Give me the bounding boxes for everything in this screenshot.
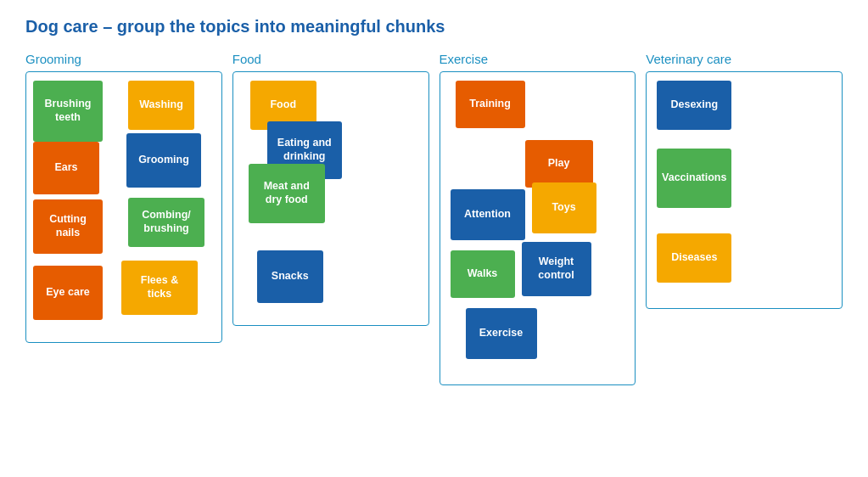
- page-title: Dog care – group the topics into meaning…: [25, 17, 843, 36]
- column-box-food: FoodEating and drinkingMeat and dry food…: [232, 71, 429, 326]
- card-vaccinations[interactable]: Vaccinations: [657, 149, 731, 208]
- column-box-grooming: Brushing teethWashingEarsGroomingCutting…: [25, 71, 222, 343]
- column-grooming: GroomingBrushing teethWashingEarsGroomin…: [25, 52, 222, 343]
- card-weight-control[interactable]: Weight control: [522, 242, 591, 296]
- card-walks[interactable]: Walks: [451, 250, 515, 298]
- card-snacks[interactable]: Snacks: [257, 250, 323, 303]
- card-play[interactable]: Play: [525, 140, 593, 188]
- card-grooming[interactable]: Grooming: [126, 133, 201, 188]
- card-toys[interactable]: Toys: [532, 182, 596, 233]
- card-eye-care[interactable]: Eye care: [33, 266, 103, 320]
- column-box-vet: DesexingVaccinationsDiseases: [646, 71, 843, 309]
- column-exercise: ExerciseTrainingPlayAttentionToysWalksWe…: [440, 52, 636, 385]
- card-cutting-nails[interactable]: Cutting nails: [33, 199, 103, 254]
- card-diseases[interactable]: Diseases: [657, 233, 731, 283]
- column-label-vet: Veterinary care: [646, 52, 843, 66]
- column-box-exercise: TrainingPlayAttentionToysWalksWeight con…: [440, 71, 636, 385]
- column-label-grooming: Grooming: [25, 52, 222, 66]
- card-brushing-teeth[interactable]: Brushing teeth: [33, 81, 103, 142]
- card-meat-dry-food[interactable]: Meat and dry food: [249, 164, 325, 223]
- column-label-exercise: Exercise: [440, 52, 636, 66]
- column-food: FoodFoodEating and drinkingMeat and dry …: [232, 52, 429, 326]
- column-vet: Veterinary careDesexingVaccinationsDisea…: [646, 52, 843, 309]
- card-exercise[interactable]: Exercise: [466, 308, 537, 359]
- card-flees-ticks[interactable]: Flees & ticks: [121, 261, 198, 315]
- card-attention[interactable]: Attention: [451, 189, 525, 240]
- card-ears[interactable]: Ears: [33, 142, 99, 194]
- card-training[interactable]: Training: [456, 81, 525, 128]
- column-label-food: Food: [232, 52, 429, 66]
- card-combing[interactable]: Combing/ brushing: [128, 198, 204, 247]
- columns-container: GroomingBrushing teethWashingEarsGroomin…: [25, 52, 843, 385]
- card-desexing[interactable]: Desexing: [657, 81, 731, 130]
- card-washing[interactable]: Washing: [128, 81, 194, 130]
